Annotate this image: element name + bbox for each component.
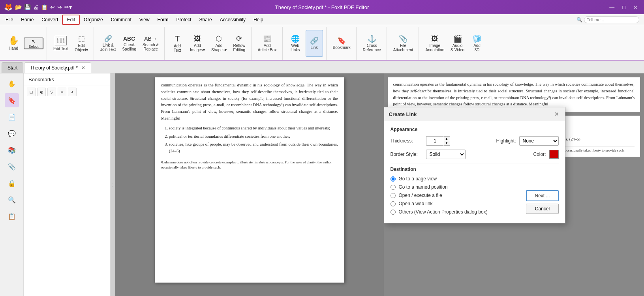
foxit-logo[interactable]: 🦊 (4, 3, 13, 11)
hand-button[interactable]: ✋ Hand (5, 30, 22, 57)
destination-content: Go to a page view Go to a named position… (391, 176, 559, 217)
cross-reference-button[interactable]: ⚓ CrossReference (360, 30, 383, 57)
add-images-button[interactable]: 🖼 AddImages▾ (188, 30, 207, 57)
maximize-btn[interactable]: □ (620, 4, 628, 11)
tell-me-input[interactable] (584, 16, 639, 23)
menu-share[interactable]: Share (195, 15, 216, 24)
link-icon: 🔗 (310, 37, 319, 44)
thickness-row: Thickness: ▲ ▼ Highlight: None Invert Ou… (391, 136, 559, 146)
edit-text-button[interactable]: iTi Edit Text (51, 30, 71, 57)
menu-view[interactable]: View (135, 15, 154, 24)
dialog-action-buttons: Next ... Cancel (526, 176, 558, 214)
appearance-section-title: Appearance (391, 127, 559, 132)
thickness-input[interactable] (426, 136, 444, 146)
color-picker[interactable] (549, 150, 559, 159)
search-replace-button[interactable]: AB→ Search &Replace (140, 30, 161, 57)
web-links-button[interactable]: 🌐 WebLinks (287, 30, 304, 57)
ribbon-group-article: 📰 AddArticle Box (252, 27, 283, 60)
bookmark-toolbar-btn-4[interactable]: A (58, 88, 66, 96)
image-annotation-button[interactable]: 🖼 ImageAnnotation (423, 30, 447, 57)
menu-organize[interactable]: Organize (80, 15, 107, 24)
check-spelling-button[interactable]: ABC CheckSpelling (120, 30, 139, 57)
menu-home[interactable]: Home (17, 15, 38, 24)
audio-video-button[interactable]: 🎬 Audio& Video (448, 30, 467, 57)
bookmarks-toolbar: □ ⊕ ▽ A A (24, 86, 110, 98)
bookmark-toolbar-btn-5[interactable]: A (68, 88, 77, 96)
sidebar-icon-lock[interactable]: 🔒 (5, 176, 19, 190)
radio-open-execute-input[interactable] (391, 193, 396, 198)
add-shapes-icon: ⬡ (216, 35, 222, 42)
menu-protect[interactable]: Protect (173, 15, 195, 24)
menubar: File Home Convert Edit Organize Comment … (0, 14, 644, 25)
sidebar-icon-bookmarks[interactable]: 🔖 (5, 93, 19, 107)
border-style-select[interactable]: Solid Dashed Underline (426, 150, 466, 159)
redo-icon[interactable]: ↪ (57, 4, 62, 10)
pdf-page: communication operates as the fundamenta… (155, 77, 344, 283)
menu-file[interactable]: File (2, 15, 17, 24)
sidebar-icon-search[interactable]: 🔍 (5, 193, 19, 207)
next-button[interactable]: Next ... (526, 190, 558, 201)
thickness-spin-down[interactable]: ▼ (444, 141, 450, 146)
save-icon[interactable]: 💾 (24, 4, 31, 10)
menu-edit[interactable]: Edit (62, 15, 80, 25)
thickness-spin-up[interactable]: ▲ (444, 136, 450, 141)
sidebar-icon-pages[interactable]: 📄 (5, 110, 19, 124)
tabbar: Start Theory of Society.pdf * ✕ (0, 61, 644, 73)
menu-form[interactable]: Form (154, 15, 173, 24)
print-icon[interactable]: 🖨 (33, 4, 39, 10)
close-btn[interactable]: ✕ (631, 4, 640, 11)
radio-named-position-input[interactable] (391, 185, 396, 190)
bookmark-toolbar-btn-1[interactable]: □ (27, 88, 36, 96)
cross-reference-icon: ⚓ (368, 35, 376, 42)
add-text-button[interactable]: T AddText (169, 30, 186, 57)
tab-close-icon[interactable]: ✕ (81, 65, 85, 71)
radio-go-to-page-label[interactable]: Go to a page view (399, 176, 437, 182)
sidebar-icon-comments[interactable]: 💬 (5, 126, 19, 141)
tab-theory[interactable]: Theory of Society.pdf * ✕ (24, 62, 91, 73)
radio-go-to-page-input[interactable] (391, 176, 396, 182)
doc-icon[interactable]: 📋 (41, 4, 48, 10)
menu-accessibility[interactable]: Accessibility (216, 15, 250, 24)
highlight-select[interactable]: None Invert Outline Push (519, 136, 559, 146)
radio-open-execute-label[interactable]: Open / execute a file (399, 193, 442, 198)
sidebar-icon-layers[interactable]: 📚 (5, 143, 19, 157)
select-button[interactable]: ↖ Select (24, 37, 43, 49)
open-icon[interactable]: 📂 (15, 4, 22, 10)
destination-section-title: Destination (391, 167, 559, 172)
list-item: societies, like groups of people, may be… (169, 141, 338, 155)
edit-object-button[interactable]: ⬚ EditObject▾ (72, 30, 90, 57)
undo-icon[interactable]: ↩ (50, 4, 55, 10)
add-shapes-button[interactable]: ⬡ AddShapes▾ (209, 30, 229, 57)
file-attachment-button[interactable]: 📎 FileAttachment (391, 30, 416, 57)
add-3d-button[interactable]: 🧊 Add3D (468, 30, 486, 57)
radio-open-web-input[interactable] (391, 201, 396, 206)
menu-help[interactable]: Help (250, 15, 267, 24)
link-join-icon: 🔗 (104, 36, 112, 42)
cancel-button[interactable]: Cancel (526, 204, 558, 214)
pen-icon[interactable]: ✏▾ (64, 4, 72, 10)
hand-icon: ✋ (8, 36, 19, 45)
reflow-editing-button[interactable]: ⟳ ReflowEditing (231, 30, 248, 57)
bookmark-toolbar-btn-2[interactable]: ⊕ (37, 88, 46, 96)
radio-open-web-label[interactable]: Open a web link (399, 201, 433, 206)
sidebar-icon-copy[interactable]: 📋 (5, 209, 19, 223)
menu-convert[interactable]: Convert (38, 15, 62, 24)
menu-comment[interactable]: Comment (107, 15, 135, 24)
link-join-text-button[interactable]: 🔗 Link &Join Text (98, 30, 118, 57)
file-attachment-icon: 📎 (399, 35, 407, 42)
panel-resize-handle[interactable]: ⋮ (111, 73, 115, 296)
tab-start[interactable]: Start (2, 62, 23, 73)
window-controls: — □ ✕ (607, 4, 640, 11)
radio-others-label[interactable]: Others (View Action Properties dialog bo… (399, 209, 488, 215)
dialog-close-button[interactable]: ✕ (553, 111, 560, 118)
ribbon-group-cross-ref: ⚓ CrossReference (357, 27, 387, 60)
bookmark-toolbar-btn-3[interactable]: ▽ (47, 88, 56, 96)
sidebar-icon-hand[interactable]: ✋ (5, 77, 19, 91)
radio-others-input[interactable] (391, 210, 396, 215)
bookmark-button[interactable]: 🔖 Bookmark (330, 30, 353, 57)
minimize-btn[interactable]: — (607, 4, 617, 11)
sidebar-icon-attachments[interactable]: 📎 (5, 159, 19, 174)
add-article-box-button[interactable]: 📰 AddArticle Box (255, 30, 279, 57)
link-button[interactable]: 🔗 Link (306, 30, 323, 57)
radio-named-position-label[interactable]: Go to a named position (399, 184, 448, 190)
